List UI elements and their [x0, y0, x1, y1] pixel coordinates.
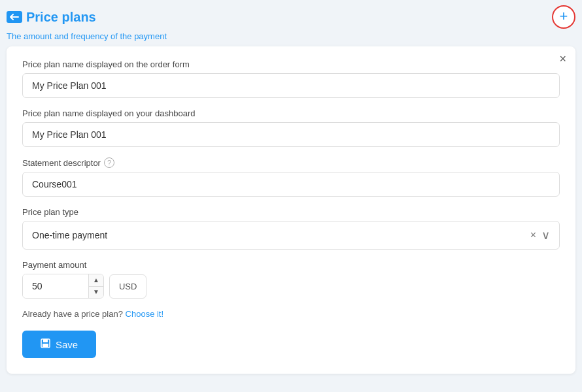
- page-title: Price plans: [26, 10, 96, 25]
- plus-icon: +: [560, 9, 568, 24]
- help-icon[interactable]: ?: [104, 157, 114, 168]
- already-have-text: Already have a price plan? Choose it!: [22, 309, 560, 319]
- back-icon[interactable]: [7, 11, 22, 23]
- save-label: Save: [56, 339, 78, 350]
- order-form-name-field: Price plan name displayed on the order f…: [22, 59, 560, 98]
- save-button[interactable]: Save: [22, 331, 96, 358]
- page-subtitle: The amount and frequency of the payment: [0, 31, 582, 46]
- select-clear-icon[interactable]: ×: [530, 229, 536, 241]
- payment-amount-row: ▲ ▼ USD: [22, 274, 560, 299]
- chevron-down-icon[interactable]: ∨: [541, 228, 550, 242]
- svg-rect-2: [43, 344, 48, 347]
- statement-descriptor-field: Statement descriptor ?: [22, 157, 560, 197]
- amount-stepper: ▲ ▼: [88, 274, 103, 298]
- amount-increment-button[interactable]: ▲: [89, 274, 103, 286]
- amount-decrement-button[interactable]: ▼: [89, 287, 103, 299]
- dashboard-name-input[interactable]: [22, 122, 560, 147]
- statement-descriptor-input[interactable]: [22, 172, 560, 197]
- payment-amount-field: Payment amount ▲ ▼ USD: [22, 260, 560, 299]
- close-button[interactable]: ×: [559, 53, 566, 65]
- save-icon: [41, 338, 50, 350]
- choose-it-link[interactable]: Choose it!: [126, 309, 164, 319]
- page-header: Price plans +: [0, 0, 582, 31]
- amount-input-wrapper: ▲ ▼: [22, 274, 104, 299]
- order-form-name-label: Price plan name displayed on the order f…: [22, 59, 560, 69]
- select-actions: × ∨: [530, 228, 550, 242]
- statement-descriptor-label: Statement descriptor ?: [22, 157, 560, 168]
- dashboard-name-label: Price plan name displayed on your dashbo…: [22, 108, 560, 118]
- currency-badge: USD: [109, 274, 146, 299]
- amount-input[interactable]: [23, 274, 88, 298]
- title-group: Price plans: [7, 10, 96, 25]
- dashboard-name-field: Price plan name displayed on your dashbo…: [22, 108, 560, 147]
- price-plan-card: × Price plan name displayed on the order…: [7, 46, 575, 374]
- add-price-plan-button[interactable]: +: [552, 5, 575, 29]
- svg-rect-1: [43, 339, 48, 342]
- order-form-name-input[interactable]: [22, 73, 560, 98]
- payment-amount-label: Payment amount: [22, 260, 560, 270]
- price-plan-type-select[interactable]: One-time payment × ∨: [22, 221, 560, 250]
- price-plan-type-label: Price plan type: [22, 207, 560, 217]
- price-plan-type-value: One-time payment: [32, 230, 107, 240]
- price-plan-type-field: Price plan type One-time payment × ∨: [22, 207, 560, 250]
